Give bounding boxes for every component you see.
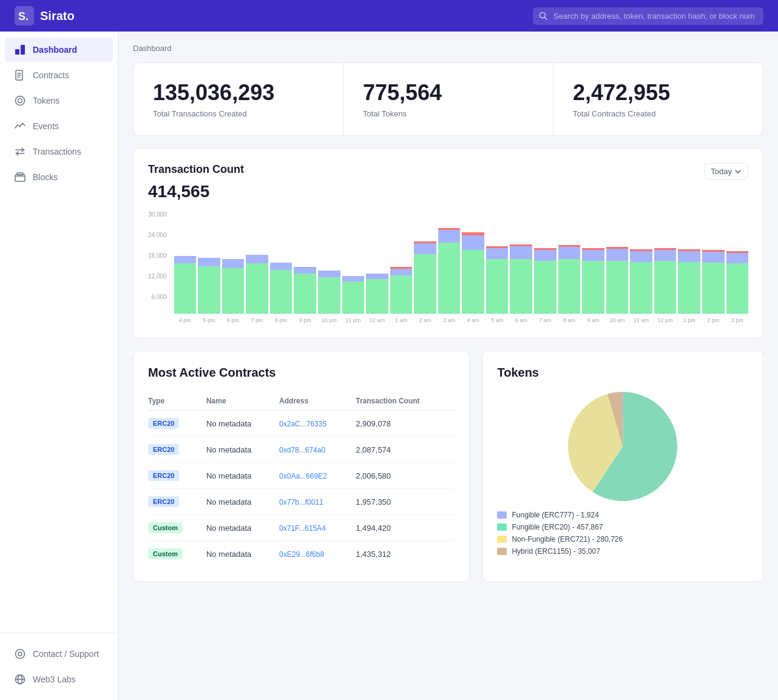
contract-name: No metadata — [206, 411, 279, 437]
stat-label-tokens: Total Tokens — [363, 109, 533, 118]
tokens-card: Tokens Fungible (ERC777) - 1,924Fungible… — [482, 351, 763, 582]
sidebar-item-contact-support[interactable]: Contact / Support — [5, 642, 113, 666]
sidebar-item-contracts[interactable]: Contracts — [5, 63, 113, 87]
legend-color — [497, 548, 507, 555]
type-badge: ERC20 — [148, 470, 179, 481]
legend-item: Fungible (ERC20) - 457,867 — [497, 523, 748, 531]
stat-label-contracts: Total Contracts Created — [573, 109, 743, 118]
bottom-row: Most Active Contracts Type Name Address … — [133, 351, 763, 582]
type-badge: ERC20 — [148, 444, 179, 455]
web3labs-label: Web3 Labs — [33, 675, 76, 684]
stat-label-transactions: Total Transactions Created — [153, 109, 323, 118]
legend-label: Fungible (ERC777) - 1,924 — [512, 511, 598, 519]
contracts-table-body: ERC20 No metadata 0x2aC...76335 2,909,07… — [148, 411, 455, 567]
period-label: Today — [711, 167, 732, 176]
sidebar-item-blocks[interactable]: Blocks — [5, 165, 113, 189]
support-icon — [15, 648, 25, 659]
chart-title: Transaction Count — [148, 163, 244, 176]
contact-support-label: Contact / Support — [33, 649, 99, 659]
sidebar-item-web3labs[interactable]: Web3 Labs — [5, 667, 113, 692]
chart-count: 414,565 — [148, 182, 748, 201]
legend-label: Fungible (ERC20) - 457,867 — [512, 523, 603, 531]
contracts-icon — [15, 70, 25, 81]
search-input[interactable] — [533, 7, 763, 25]
search-icon — [539, 12, 547, 20]
tx-count: 1,494,420 — [356, 515, 455, 541]
main-content: Dashboard 135,036,293 Total Transactions… — [118, 32, 778, 700]
contract-address[interactable]: 0x71F...615A4 — [279, 524, 326, 533]
main-nav: Dashboard Contracts Tokens — [0, 32, 118, 633]
type-badge: ERC20 — [148, 496, 179, 507]
sidebar-bottom: Contact / Support Web3 Labs — [0, 633, 118, 700]
legend-item: Non-Fungible (ERC721) - 280,726 — [497, 535, 748, 544]
contracts-table: Type Name Address Transaction Count ERC2… — [148, 392, 455, 567]
contracts-table-wrapper[interactable]: Type Name Address Transaction Count ERC2… — [148, 392, 455, 567]
stat-total-tokens: 775,564 Total Tokens — [343, 63, 553, 135]
web3labs-icon — [15, 674, 25, 685]
tx-count: 2,006,580 — [356, 463, 455, 489]
svg-rect-4 — [15, 49, 19, 55]
contracts-title: Most Active Contracts — [148, 366, 455, 380]
blocks-icon — [15, 172, 25, 183]
table-row: ERC20 No metadata 0xd78...674a0 2,087,57… — [148, 437, 455, 463]
contract-name: No metadata — [206, 489, 279, 515]
contract-address[interactable]: 0xd78...674a0 — [279, 446, 325, 454]
type-badge: Custom — [148, 522, 183, 533]
legend-label: Hybrid (ERC1155) - 35,007 — [512, 547, 600, 556]
contract-address[interactable]: 0x77b...f0011 — [279, 498, 323, 506]
pie-chart — [568, 392, 677, 501]
sidebar: Dashboard Contracts Tokens — [0, 32, 118, 700]
app-title: Sirato — [40, 9, 75, 23]
stat-value-tokens: 775,564 — [363, 80, 533, 106]
stats-card: 135,036,293 Total Transactions Created 7… — [133, 62, 763, 136]
table-row: ERC20 No metadata 0x0Aa...669E2 2,006,58… — [148, 463, 455, 489]
tokens-title: Tokens — [497, 366, 748, 380]
stat-value-transactions: 135,036,293 — [153, 80, 323, 106]
events-label: Events — [33, 121, 59, 131]
contract-address[interactable]: 0xE29...6f6b8 — [279, 550, 324, 559]
svg-rect-5 — [21, 45, 25, 55]
svg-rect-13 — [17, 173, 23, 175]
table-row: Custom No metadata 0xE29...6f6b8 1,435,3… — [148, 541, 455, 567]
legend-color — [497, 523, 507, 531]
contract-name: No metadata — [206, 541, 279, 567]
col-txcount: Transaction Count — [356, 392, 455, 411]
blocks-label: Blocks — [33, 172, 58, 182]
tx-count: 1,957,350 — [356, 489, 455, 515]
tx-count: 2,087,574 — [356, 437, 455, 463]
contracts-table-head: Type Name Address Transaction Count — [148, 392, 455, 411]
sidebar-item-dashboard[interactable]: Dashboard — [5, 38, 113, 62]
search-wrapper[interactable] — [533, 7, 763, 25]
pie-container: Fungible (ERC777) - 1,924Fungible (ERC20… — [497, 392, 748, 559]
contract-name: No metadata — [206, 515, 279, 541]
svg-point-11 — [18, 99, 22, 103]
chevron-down-icon — [734, 168, 742, 175]
contract-address[interactable]: 0x0Aa...669E2 — [279, 472, 327, 480]
breadcrumb: Dashboard — [133, 44, 763, 53]
contract-name: No metadata — [206, 463, 279, 489]
svg-line-3 — [545, 18, 547, 20]
type-badge: ERC20 — [148, 418, 179, 429]
contract-address[interactable]: 0x2aC...76335 — [279, 420, 326, 428]
stat-total-contracts: 2,472,955 Total Contracts Created — [553, 63, 763, 135]
legend-color — [497, 511, 507, 519]
tokens-icon — [15, 95, 25, 106]
svg-point-14 — [16, 650, 25, 659]
tokens-label: Tokens — [33, 96, 59, 106]
table-row: Custom No metadata 0x71F...615A4 1,494,4… — [148, 515, 455, 541]
col-address: Address — [279, 392, 356, 411]
logo-area: S. Sirato — [15, 6, 75, 25]
sidebar-item-transactions[interactable]: Transactions — [5, 140, 113, 164]
home-icon — [15, 44, 25, 55]
col-type: Type — [148, 392, 206, 411]
bar-chart: 30,00024,00018,00012,0006,000 — [148, 211, 748, 323]
sidebar-item-events[interactable]: Events — [5, 114, 113, 138]
contracts-card: Most Active Contracts Type Name Address … — [133, 351, 470, 582]
legend-color — [497, 536, 507, 543]
sidebar-item-tokens[interactable]: Tokens — [5, 89, 113, 113]
type-badge: Custom — [148, 548, 183, 559]
svg-point-15 — [18, 652, 22, 656]
period-selector[interactable]: Today — [704, 163, 748, 180]
tx-count: 1,435,312 — [356, 541, 455, 567]
transaction-chart-card: Transaction Count Today 414,565 30,00024… — [133, 148, 763, 338]
